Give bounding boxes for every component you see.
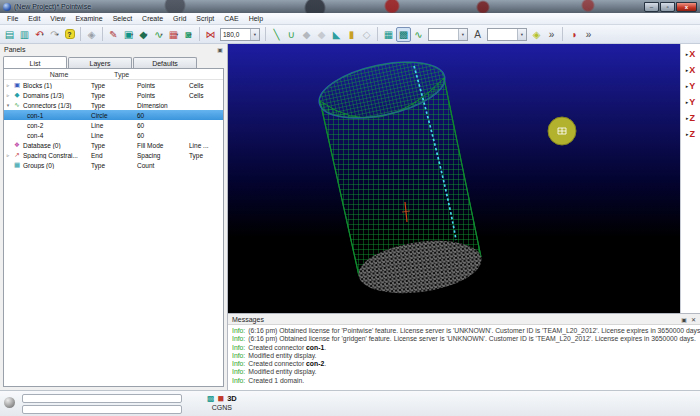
menu-select[interactable]: Select: [108, 15, 137, 22]
toolbar-save-icon[interactable]: ▤: [2, 27, 17, 42]
panel-pin-icon[interactable]: ▣: [217, 46, 223, 53]
chevron-down-icon[interactable]: ▾: [176, 27, 178, 42]
chevron-down-icon[interactable]: ▾: [517, 29, 526, 40]
spacing-combo[interactable]: ▾: [487, 28, 527, 41]
grid-mode-icon[interactable]: ▩: [207, 394, 215, 403]
toolbar-redo-icon[interactable]: ↷▾: [47, 27, 62, 42]
chevron-down-icon[interactable]: ▾: [145, 27, 147, 42]
toolbar-palette-icon[interactable]: ▦▾: [166, 27, 181, 42]
maximize-button[interactable]: ▫: [660, 2, 675, 12]
menu-file[interactable]: File: [2, 15, 23, 22]
entity-col3: Points: [137, 82, 189, 89]
toolbar-pointer-icon[interactable]: ◈: [84, 27, 99, 42]
solver-cube-icon[interactable]: ◼: [218, 394, 225, 403]
entity-col3: Count: [137, 162, 189, 169]
chevron-down-icon[interactable]: ▾: [250, 29, 259, 40]
toolbar-connector-dim-icon[interactable]: ∿: [411, 27, 426, 42]
axis-view-plusminus-y-button[interactable]: ▸Y: [683, 79, 699, 93]
mesh-pick-cursor: [548, 117, 576, 145]
messages-close-icon[interactable]: ✕: [691, 316, 696, 323]
toolbar-paint-icon[interactable]: ✎: [106, 27, 121, 42]
expander-icon[interactable]: ▹: [4, 152, 12, 158]
entity-type: Type: [91, 102, 137, 109]
messages-log[interactable]: Info:(6:16 pm) Obtained license for 'Poi…: [228, 325, 700, 390]
expander-icon[interactable]: ▹: [4, 92, 12, 98]
axis-view-plusminus-z-button[interactable]: ▸Z: [683, 111, 699, 125]
tree-row-con-4[interactable]: con-4Line60: [4, 130, 223, 140]
entity-tree: Name Type ▹▣Blocks (1)TypePointsCells▹◆D…: [3, 68, 224, 387]
entity-name: con-1: [26, 112, 91, 119]
menu-script[interactable]: Script: [191, 15, 219, 22]
toolbar-draw-line-icon[interactable]: ╲: [269, 27, 284, 42]
toolbar-diamond-b-icon[interactable]: ◆: [314, 27, 329, 42]
3d-viewport[interactable]: [228, 44, 680, 313]
entity-type: End: [91, 152, 137, 159]
axis-arrow-icon: ▸: [686, 115, 689, 121]
menu-view[interactable]: View: [45, 15, 70, 22]
toolbar-help-icon[interactable]: ?: [62, 27, 77, 42]
expander-icon[interactable]: ▹: [4, 82, 12, 88]
axis-view-minus-y-button[interactable]: ▸Y: [683, 95, 699, 109]
toolbar-mask-icon[interactable]: ◙▾: [181, 27, 196, 42]
tree-row-domains-1-3[interactable]: ▹◆Domains (1/3)TypePointsCells: [4, 90, 223, 100]
toolbar-overflow-b-icon[interactable]: »: [581, 27, 596, 42]
toolbar-cube-icon[interactable]: ▣▾: [121, 27, 136, 42]
toolbar-masks-icon[interactable]: ◑: [566, 27, 581, 42]
expander-icon[interactable]: ▾: [4, 102, 12, 108]
message-line: Info:Modified entity display.: [232, 368, 700, 376]
tree-column-name[interactable]: Name: [4, 71, 114, 78]
tree-row-blocks-1[interactable]: ▹▣Blocks (1)TypePointsCells: [4, 80, 223, 90]
chevron-down-icon[interactable]: ▾: [458, 29, 467, 40]
tree-row-con-1[interactable]: con-1Circle60: [4, 110, 223, 120]
tree-row-groups-0[interactable]: ▦Groups (0)TypeCount: [4, 160, 223, 170]
chevron-down-icon[interactable]: ▾: [161, 27, 163, 42]
menu-edit[interactable]: Edit: [23, 15, 45, 22]
toolbar-spacing-icon[interactable]: A: [470, 27, 485, 42]
axis-letter: Y: [689, 98, 695, 107]
trackball-icon[interactable]: [4, 397, 15, 408]
status-field-top[interactable]: [22, 394, 182, 403]
minimize-button[interactable]: –: [644, 2, 659, 12]
toolbar-brick-icon[interactable]: ▮: [344, 27, 359, 42]
status-field-bottom[interactable]: [22, 405, 182, 414]
toolbar-overflow-a-icon[interactable]: »: [544, 27, 559, 42]
toolbar-wedge-icon[interactable]: ◣: [329, 27, 344, 42]
chevron-down-icon[interactable]: ▾: [57, 27, 59, 42]
dimension-combo[interactable]: ▾: [428, 28, 468, 41]
spacing-constraint-icon: ↗: [12, 151, 22, 159]
tree-row-database-0[interactable]: ❖Database (0)TypeFill ModeLine ...: [4, 140, 223, 150]
menu-create[interactable]: Create: [137, 15, 168, 22]
toolbar-open-icon[interactable]: ▥: [17, 27, 32, 42]
entity-type: Type: [91, 92, 137, 99]
tree-row-con-2[interactable]: con-2Line60: [4, 120, 223, 130]
toolbar-solid-diamond-icon[interactable]: ◆▾: [136, 27, 151, 42]
toolbar-pair-icon[interactable]: ◇: [359, 27, 374, 42]
chevron-down-icon[interactable]: ▾: [131, 27, 133, 42]
title-bar: (New Project)* Pointwise – ▫ x: [0, 0, 700, 13]
tree-column-type[interactable]: Type: [114, 71, 160, 78]
axis-view-plusminus-x-button[interactable]: ▸X: [683, 47, 699, 61]
axis-view-minus-x-button[interactable]: ▸X: [683, 63, 699, 77]
tree-row-connectors-1-3[interactable]: ▾∿Connectors (1/3)TypeDimension: [4, 100, 223, 110]
toolbar-draw-arc-icon[interactable]: ∪: [284, 27, 299, 42]
toolbar-layer-icon[interactable]: ◈: [529, 27, 544, 42]
toolbar-undo-icon[interactable]: ↶▾: [32, 27, 47, 42]
menu-help[interactable]: Help: [244, 15, 268, 22]
axis-arrow-icon: ▸: [686, 83, 689, 89]
main-area: Panels ▣ ListLayersDefaults Name Type ▹▣…: [0, 44, 700, 390]
chevron-down-icon[interactable]: ▾: [189, 27, 191, 42]
rotation-angle-combo[interactable]: 180,0▾: [220, 28, 260, 41]
menu-examine[interactable]: Examine: [70, 15, 107, 22]
toolbar-spline-icon[interactable]: ∿▾: [151, 27, 166, 42]
close-button[interactable]: x: [676, 2, 697, 12]
toolbar-diamond-a-icon[interactable]: ◆: [299, 27, 314, 42]
axis-view-minus-z-button[interactable]: ▸Z: [683, 127, 699, 141]
menu-grid[interactable]: Grid: [168, 15, 191, 22]
messages-pin-icon[interactable]: ▣: [681, 316, 687, 323]
toolbar-grid-icon[interactable]: ▦: [381, 27, 396, 42]
chevron-down-icon[interactable]: ▾: [42, 27, 44, 42]
menu-cae[interactable]: CAE: [219, 15, 243, 22]
toolbar-grid-on-icon[interactable]: ▩: [396, 27, 411, 42]
toolbar-rotate-view-icon[interactable]: ⋈: [203, 27, 218, 42]
tree-row-spacing-constrai[interactable]: ▹↗Spacing Constrai...EndSpacingType: [4, 150, 223, 160]
